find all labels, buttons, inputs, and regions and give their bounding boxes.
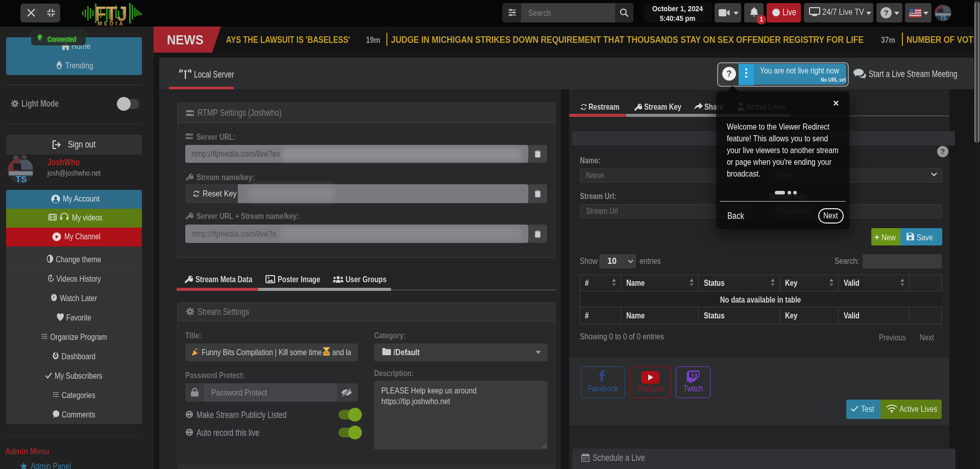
svg-text:MEDIA: MEDIA (97, 20, 125, 27)
svg-text:TS: TS (940, 15, 946, 21)
svg-text:TS: TS (15, 174, 27, 184)
